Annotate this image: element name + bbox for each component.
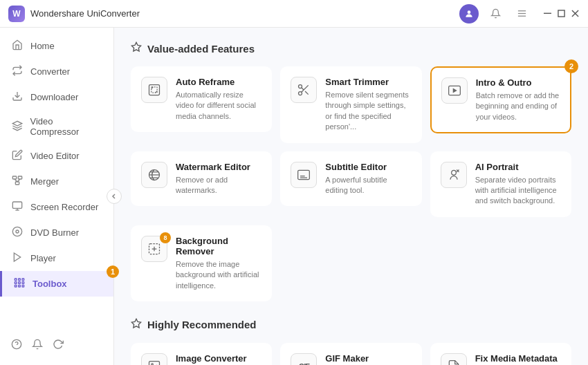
feature-grid-section1: Auto Reframe Automatically resize video …	[131, 66, 571, 301]
svg-rect-24	[15, 282, 17, 284]
sidebar-item-merger[interactable]: Merger	[0, 169, 113, 194]
svg-marker-32	[131, 42, 140, 51]
section2-title: Highly Recommended	[147, 319, 257, 330]
svg-rect-11	[18, 176, 21, 179]
sidebar-bottom	[0, 332, 113, 359]
section1-icon	[131, 41, 142, 55]
svg-line-38	[305, 91, 309, 95]
subtitle-editor-wrapper: Subtitle Editor A powerful subtitle edit…	[280, 151, 421, 217]
title-bar: W Wondershare UniConverter	[0, 0, 588, 28]
auto-reframe-card[interactable]: Auto Reframe Automatically resize video …	[131, 66, 272, 132]
svg-point-35	[299, 85, 302, 88]
fix-media-metadata-icon	[441, 353, 467, 365]
watermark-editor-title: Watermark Editor	[176, 162, 261, 172]
menu-icon[interactable]	[512, 4, 531, 24]
sidebar-item-toolbox[interactable]: Toolbox 1	[0, 271, 113, 297]
gif-maker-icon: GIF	[291, 353, 317, 365]
home-icon	[11, 39, 24, 53]
help-icon[interactable]	[11, 339, 22, 353]
smart-trimmer-card[interactable]: Smart Trimmer Remove silent segments thr…	[280, 66, 421, 143]
section2-icon	[131, 318, 142, 332]
sidebar-label-converter: Converter	[30, 66, 70, 77]
titlebar-left: W Wondershare UniConverter	[8, 6, 140, 22]
svg-rect-15	[12, 202, 21, 208]
svg-rect-5	[558, 10, 564, 17]
ai-portrait-wrapper: AI Portrait Separate video portraits wit…	[430, 151, 571, 217]
toolbox-icon	[13, 277, 26, 290]
smart-trimmer-icon	[291, 77, 317, 103]
subtitle-editor-card[interactable]: Subtitle Editor A powerful subtitle edit…	[280, 151, 421, 207]
sidebar-label-toolbox: Toolbox	[33, 279, 67, 289]
image-converter-text: Image Converter Convert images to other …	[176, 353, 261, 365]
svg-rect-26	[22, 282, 24, 284]
svg-rect-27	[15, 285, 17, 287]
refresh-icon[interactable]	[53, 339, 64, 353]
profile-icon[interactable]	[459, 4, 479, 24]
dvd-icon	[11, 226, 24, 239]
ai-portrait-text: AI Portrait Separate video portraits wit…	[475, 162, 561, 207]
gif-maker-card[interactable]: GIF GIF Maker Make GIF from videos or pi…	[280, 343, 421, 365]
app-title: Wondershare UniConverter	[30, 8, 140, 19]
notification-icon[interactable]	[486, 4, 505, 24]
sidebar-item-video-editor[interactable]: Video Editor	[0, 143, 113, 169]
notification-bell-icon[interactable]	[32, 339, 43, 353]
svg-rect-23	[22, 279, 24, 281]
background-remover-text: Background Remover Remove the image back…	[176, 236, 261, 291]
smart-trimmer-wrapper: Smart Trimmer Remove silent segments thr…	[280, 66, 421, 143]
gif-maker-text: GIF Maker Make GIF from videos or pictur…	[325, 353, 411, 365]
image-converter-icon	[141, 353, 167, 365]
sidebar-label-player: Player	[30, 253, 56, 263]
subtitle-editor-text: Subtitle Editor A powerful subtitle edit…	[325, 162, 411, 196]
converter-icon	[11, 65, 24, 78]
intro-outro-card[interactable]: Intro & Outro Batch remove or add the be…	[430, 66, 571, 133]
image-converter-wrapper: Image Converter Convert images to other …	[131, 343, 272, 365]
svg-point-36	[299, 92, 302, 95]
auto-reframe-wrapper: Auto Reframe Automatically resize video …	[131, 66, 272, 143]
compressor-icon	[11, 120, 24, 133]
ai-portrait-card[interactable]: AI Portrait Separate video portraits wit…	[430, 151, 571, 217]
fix-media-metadata-title: Fix Media Metadata	[475, 353, 561, 364]
watermark-editor-card[interactable]: Watermark Editor Remove or add watermark…	[131, 151, 272, 207]
background-remover-icon: 8	[141, 236, 167, 262]
svg-rect-29	[22, 285, 24, 287]
feature-grid-section2: Image Converter Convert images to other …	[131, 343, 571, 365]
minimize-button[interactable]	[542, 9, 552, 19]
main-content: Value-added Features Auto Reframe Automa…	[114, 28, 588, 365]
image-converter-card[interactable]: Image Converter Convert images to other …	[131, 343, 272, 365]
background-remover-badge: 8	[160, 232, 171, 243]
svg-rect-22	[19, 279, 21, 281]
close-button[interactable]	[570, 9, 580, 19]
svg-point-0	[468, 10, 471, 14]
sidebar-item-screen-recorder[interactable]: Screen Recorder	[0, 194, 113, 220]
maximize-button[interactable]	[556, 9, 566, 19]
svg-point-19	[16, 230, 19, 233]
sidebar-item-converter[interactable]: Converter	[0, 59, 113, 84]
sidebar-item-dvd-burner[interactable]: DVD Burner	[0, 220, 113, 245]
svg-rect-33	[149, 85, 160, 95]
sidebar: Home Converter Downloader Video Compress…	[0, 28, 114, 365]
subtitle-editor-icon	[291, 162, 317, 188]
svg-rect-12	[15, 182, 19, 185]
background-remover-wrapper: 8 Background Remover Remove the image ba…	[131, 225, 272, 301]
fix-media-metadata-card[interactable]: Fix Media Metadata Auto-fix and edit met…	[430, 343, 571, 365]
auto-reframe-text: Auto Reframe Automatically resize video …	[176, 77, 261, 122]
ai-portrait-icon	[441, 162, 467, 188]
player-icon	[11, 252, 24, 265]
intro-outro-icon	[441, 77, 468, 104]
background-remover-card[interactable]: 8 Background Remover Remove the image ba…	[131, 225, 272, 301]
sidebar-item-video-compressor[interactable]: Video Compressor	[0, 110, 113, 143]
sidebar-collapse-button[interactable]	[107, 189, 122, 204]
sidebar-label-screen-recorder: Screen Recorder	[30, 202, 98, 212]
sidebar-item-downloader[interactable]: Downloader	[0, 84, 113, 110]
editor-icon	[11, 149, 24, 162]
intro-outro-desc: Batch remove or add the beginning and en…	[476, 91, 560, 122]
smart-trimmer-text: Smart Trimmer Remove silent segments thr…	[325, 77, 411, 133]
subtitle-editor-desc: A powerful subtitle editing tool.	[325, 175, 411, 196]
section2-header: Highly Recommended	[131, 318, 571, 332]
svg-rect-21	[15, 279, 17, 281]
svg-line-39	[302, 88, 304, 90]
sidebar-label-downloader: Downloader	[30, 92, 78, 102]
background-remover-title: Background Remover	[176, 236, 261, 256]
sidebar-item-player[interactable]: Player	[0, 245, 113, 271]
sidebar-item-home[interactable]: Home	[0, 33, 113, 59]
